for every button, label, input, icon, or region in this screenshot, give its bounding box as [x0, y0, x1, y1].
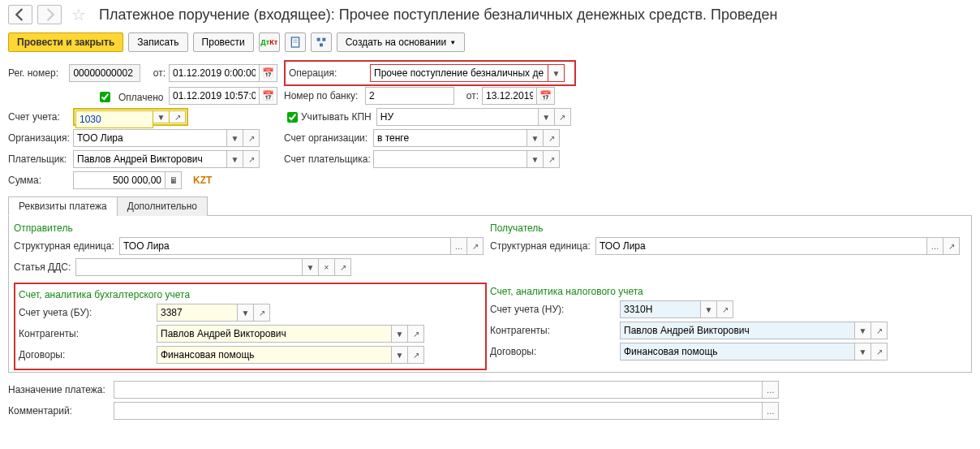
contract-label-nu: Договоры: — [490, 346, 620, 357]
open-icon[interactable]: ↗ — [408, 346, 424, 364]
dropdown-icon[interactable]: ▼ — [153, 110, 170, 123]
dots-icon[interactable]: … — [451, 237, 467, 255]
bank-num-input[interactable] — [365, 87, 454, 105]
calendar-icon[interactable]: 📅 — [260, 87, 277, 105]
contract-input-nu[interactable] — [620, 343, 855, 360]
open-icon[interactable]: ↗ — [408, 325, 424, 343]
dropdown-icon[interactable]: ▼ — [303, 258, 319, 276]
recipient-header: Получатель — [490, 222, 966, 234]
payer-acc-input[interactable] — [373, 150, 527, 168]
dropdown-icon[interactable]: ▼ — [392, 346, 408, 364]
dropdown-icon[interactable]: ▼ — [227, 129, 243, 147]
account-input[interactable] — [75, 110, 153, 128]
kpn-checkbox[interactable] — [287, 112, 298, 123]
post-button[interactable]: Провести — [193, 32, 254, 52]
acc-nu-input[interactable] — [620, 300, 701, 318]
clear-icon[interactable]: × — [319, 258, 335, 276]
open-icon[interactable]: ↗ — [467, 237, 484, 255]
save-close-button[interactable]: Провести и закрыть — [8, 32, 123, 52]
counter-label-nu: Контрагенты: — [490, 325, 620, 336]
calendar-icon[interactable]: 📅 — [537, 87, 555, 105]
acc-bu-input[interactable] — [157, 304, 238, 322]
contract-input-bu[interactable] — [157, 346, 392, 364]
sum-input[interactable] — [73, 171, 165, 189]
dds-input[interactable] — [75, 258, 303, 276]
bank-date-input[interactable] — [482, 87, 537, 105]
purpose-label: Назначение платежа: — [8, 384, 114, 395]
debit-credit-icon[interactable]: ДтКт — [259, 32, 280, 52]
counter-label-bu: Контрагенты: — [19, 328, 157, 339]
open-icon[interactable]: ↗ — [943, 237, 960, 255]
open-icon[interactable]: ↗ — [544, 129, 560, 147]
sum-label: Сумма: — [8, 175, 73, 186]
calendar-icon[interactable]: 📅 — [260, 64, 277, 82]
dropdown-icon[interactable]: ▼ — [527, 150, 544, 168]
paid-date-input[interactable] — [169, 87, 260, 105]
dots-icon[interactable]: … — [763, 381, 779, 399]
calc-icon[interactable]: 🖩 — [165, 171, 182, 189]
dropdown-icon[interactable]: ▼ — [701, 300, 717, 318]
dropdown-icon[interactable]: ▼ — [238, 304, 254, 322]
account-label: Счет учета: — [8, 111, 73, 123]
unit-label: Структурная единица: — [14, 240, 119, 252]
open-icon[interactable]: ↗ — [335, 258, 351, 276]
back-button[interactable] — [8, 5, 32, 24]
purpose-input[interactable] — [114, 381, 763, 399]
open-icon[interactable]: ↗ — [871, 343, 888, 360]
favorite-icon[interactable]: ☆ — [70, 6, 88, 24]
reg-date-input[interactable] — [169, 64, 260, 82]
dds-label: Статья ДДС: — [14, 261, 75, 273]
structure-icon[interactable] — [311, 32, 332, 52]
counter-input-bu[interactable] — [157, 325, 392, 343]
operation-input[interactable] — [370, 64, 548, 82]
payer-label: Плательщик: — [8, 153, 73, 165]
dots-icon[interactable]: … — [927, 237, 943, 255]
dots-icon[interactable]: … — [763, 402, 779, 420]
report-icon[interactable] — [285, 32, 306, 52]
reg-label: Рег. номер: — [8, 67, 69, 79]
svg-rect-5 — [320, 43, 323, 46]
counter-input-nu[interactable] — [620, 322, 855, 339]
currency-label: KZT — [193, 175, 212, 186]
open-icon[interactable]: ↗ — [717, 300, 733, 318]
unit-input-recip[interactable] — [595, 237, 927, 255]
forward-button[interactable] — [37, 5, 62, 24]
dropdown-icon[interactable]: ▼ — [527, 129, 544, 147]
open-icon[interactable]: ↗ — [871, 322, 888, 339]
save-button[interactable]: Записать — [128, 32, 187, 52]
acc-bu-label: Счет учета (БУ): — [19, 307, 157, 318]
payer-input[interactable] — [73, 150, 227, 168]
open-icon[interactable]: ↗ — [170, 110, 186, 123]
kpn-input[interactable] — [376, 108, 539, 126]
open-icon[interactable]: ↗ — [243, 150, 260, 168]
from-label: от: — [147, 67, 165, 79]
tab-additional[interactable]: Дополнительно — [117, 196, 208, 216]
dropdown-icon[interactable]: ▼ — [539, 108, 555, 126]
dropdown-icon[interactable]: ▼ — [227, 150, 243, 168]
org-acc-label: Счет организации: — [284, 132, 373, 144]
dropdown-icon[interactable]: ▼ — [855, 322, 871, 339]
dropdown-icon[interactable]: ▼ — [855, 343, 871, 360]
bu-header: Счет, аналитика бухгалтерского учета — [19, 289, 482, 300]
nu-header: Счет, аналитика налогового учета — [490, 286, 963, 297]
org-acc-input[interactable] — [373, 129, 527, 147]
dropdown-icon[interactable]: ▼ — [392, 325, 408, 343]
tab-payment-details[interactable]: Реквизиты платежа — [8, 196, 118, 216]
comment-input[interactable] — [114, 402, 763, 420]
operation-label: Операция: — [289, 67, 370, 79]
sender-header: Отправитель — [14, 222, 490, 234]
svg-rect-4 — [322, 38, 325, 41]
reg-number-input[interactable] — [69, 64, 140, 82]
open-icon[interactable]: ↗ — [254, 304, 270, 322]
create-based-button[interactable]: Создать на основании ▼ — [337, 32, 465, 52]
org-label: Организация: — [8, 132, 73, 144]
open-icon[interactable]: ↗ — [544, 150, 560, 168]
org-input[interactable] — [73, 129, 227, 147]
dropdown-icon[interactable]: ▼ — [548, 64, 565, 82]
contract-label-bu: Договоры: — [19, 349, 157, 360]
unit-input-sender[interactable] — [119, 237, 451, 255]
open-icon[interactable]: ↗ — [555, 108, 571, 126]
open-icon[interactable]: ↗ — [243, 129, 260, 147]
comment-label: Комментарий: — [8, 405, 114, 417]
payer-acc-label: Счет плательщика: — [284, 153, 373, 165]
